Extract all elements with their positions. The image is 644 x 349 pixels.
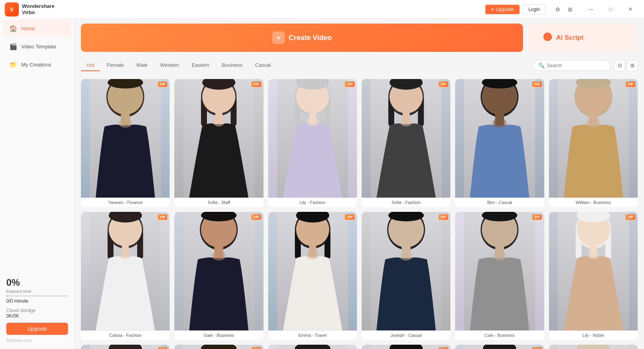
avatar-card[interactable]: VIP Yaowen - Finance xyxy=(81,79,170,207)
filter-btn-1[interactable]: ⊟ xyxy=(614,60,625,71)
avatar-image-container: VIP xyxy=(268,79,357,198)
avatar-card[interactable]: VIP Emma - Travel xyxy=(268,212,357,340)
avatar-card[interactable] xyxy=(268,345,357,349)
svg-point-21 xyxy=(307,117,318,127)
svg-point-117 xyxy=(483,345,516,349)
avatar-card[interactable]: VIP Lily - Noble xyxy=(549,212,638,340)
vip-badge: VIP xyxy=(532,81,542,87)
titlebar-left: V Wondershare Virbo xyxy=(5,2,55,17)
avatar-image xyxy=(81,345,170,349)
home-label: Home xyxy=(21,26,35,31)
avatar-image-container: VIP xyxy=(174,212,263,331)
search-input[interactable] xyxy=(547,63,602,68)
avatar-image xyxy=(455,212,544,331)
vip-badge: VIP xyxy=(345,81,355,87)
sidebar-item-my-creations[interactable]: 📁 My Creations xyxy=(3,56,71,73)
svg-point-89 xyxy=(109,345,142,349)
avatar-card[interactable]: VIP Gael - Business xyxy=(174,212,263,340)
ai-script-button[interactable]: 🅣 AI Script xyxy=(528,24,638,52)
sidebar-item-home[interactable]: 🏠 Home xyxy=(3,20,71,37)
filter-tab-business[interactable]: Business xyxy=(216,60,248,71)
svg-point-83 xyxy=(587,250,599,259)
settings-icon[interactable]: ⚙ xyxy=(552,4,563,15)
filter-tab-hot[interactable]: Hot xyxy=(81,60,100,71)
vip-badge: VIP xyxy=(158,214,168,220)
avatar-image-container: VIP xyxy=(268,212,357,331)
app-name: Wondershare Virbo xyxy=(22,3,55,15)
avatar-image-container xyxy=(268,345,357,349)
sidebar-nav: 🏠 Home 🎬 Video Template 📁 My Creations xyxy=(0,19,74,74)
avatar-name: Calista - Fashion xyxy=(81,331,170,340)
svg-point-95 xyxy=(201,345,237,349)
filter-tab-casual[interactable]: Casual xyxy=(250,60,276,71)
avatar-card[interactable]: VIP William - Business xyxy=(549,79,638,207)
window-controls: — □ ✕ xyxy=(582,3,639,16)
avatar-card[interactable]: VIP Cole - Business xyxy=(455,212,544,340)
filter-tab-female[interactable]: Female xyxy=(101,60,129,71)
maximize-button[interactable]: □ xyxy=(602,3,620,16)
avatar-card[interactable]: VIP xyxy=(455,345,544,349)
avatar-card[interactable]: VIP Sofia - Staff xyxy=(174,79,263,207)
vip-badge: VIP xyxy=(251,81,261,87)
filter-tab-eastern[interactable]: Eastern xyxy=(186,60,215,71)
avatar-image-container: VIP xyxy=(362,345,450,349)
close-button[interactable]: ✕ xyxy=(621,3,639,16)
avatar-grid-container: VIP Yaowen - Finance xyxy=(75,74,644,349)
avatar-image-container: VIP xyxy=(549,212,638,331)
upgrade-button[interactable]: Upgrade xyxy=(485,5,520,14)
sidebar-item-video-template[interactable]: 🎬 Video Template xyxy=(3,38,71,55)
svg-point-13 xyxy=(213,117,225,127)
avatar-name: William - Business xyxy=(549,198,638,207)
storage-label: Cloud storage xyxy=(6,308,36,313)
search-icon: 🔍 xyxy=(538,62,545,68)
grid-icon[interactable]: ⊞ xyxy=(565,4,576,15)
search-box[interactable]: 🔍 xyxy=(532,60,611,71)
avatar-card[interactable]: VIP xyxy=(174,345,263,349)
avatar-name: Lily - Fashion xyxy=(268,198,357,207)
sidebar-bottom: 0% Elapsed time 0/0 minute Cloud storage… xyxy=(0,271,74,349)
filter-tab-western[interactable]: Western xyxy=(155,60,185,71)
avatar-image xyxy=(174,79,263,198)
filter-btn-2[interactable]: ⊞ xyxy=(627,60,638,71)
avatar-card[interactable]: VIP Ben - Casual xyxy=(455,79,544,207)
filter-bar: HotFemaleMaleWesternEasternBusinessCasua… xyxy=(75,57,644,74)
watermark: filehorse.com xyxy=(6,338,68,343)
avatar-card[interactable]: VIP xyxy=(81,345,170,349)
vip-badge: VIP xyxy=(439,81,448,87)
minimize-button[interactable]: — xyxy=(582,3,600,16)
vip-badge: VIP xyxy=(532,214,542,220)
my-creations-label: My Creations xyxy=(21,62,51,68)
sidebar-upgrade-button[interactable]: Upgrade xyxy=(6,323,68,335)
filter-tab-male[interactable]: Male xyxy=(131,60,153,71)
svg-point-29 xyxy=(400,117,412,127)
avatar-card[interactable]: VIP Calista - Fashion xyxy=(81,212,170,340)
avatar-image-container: VIP xyxy=(362,79,450,198)
vip-badge: VIP xyxy=(626,214,635,220)
sidebar: 🏠 Home 🎬 Video Template 📁 My Creations 0… xyxy=(0,19,75,349)
avatar-card[interactable] xyxy=(549,345,638,349)
avatar-card[interactable]: VIP xyxy=(362,345,450,349)
filter-tabs: HotFemaleMaleWesternEasternBusinessCasua… xyxy=(81,60,532,71)
avatar-card[interactable]: VIP Lily - Fashion xyxy=(268,79,357,207)
avatar-image-container: VIP xyxy=(362,212,450,331)
avatar-image xyxy=(362,345,450,349)
avatar-card[interactable]: VIP Joseph - Casual xyxy=(362,212,450,340)
storage-value: 0K/0K xyxy=(6,313,19,319)
avatar-image-container: VIP xyxy=(174,79,263,198)
create-video-button[interactable]: ＋ Create Video xyxy=(81,24,523,52)
avatar-grid: VIP Yaowen - Finance xyxy=(81,74,638,349)
usage-time: 0/0 minute xyxy=(6,298,68,304)
create-video-icon: ＋ xyxy=(272,31,285,44)
avatar-image xyxy=(362,212,450,331)
avatar-card[interactable]: VIP Sofia - Fashion xyxy=(362,79,450,207)
svg-point-35 xyxy=(493,118,507,128)
vip-badge: VIP xyxy=(345,214,355,220)
usage-progress-fill xyxy=(6,295,7,297)
avatar-image xyxy=(268,212,357,331)
logo-text: V xyxy=(10,6,13,13)
svg-point-55 xyxy=(212,251,226,260)
storage-section: Cloud storage 0K/0K xyxy=(6,308,68,319)
vip-badge: VIP xyxy=(158,347,168,349)
login-button[interactable]: Login xyxy=(523,4,546,15)
avatar-image xyxy=(549,79,638,198)
